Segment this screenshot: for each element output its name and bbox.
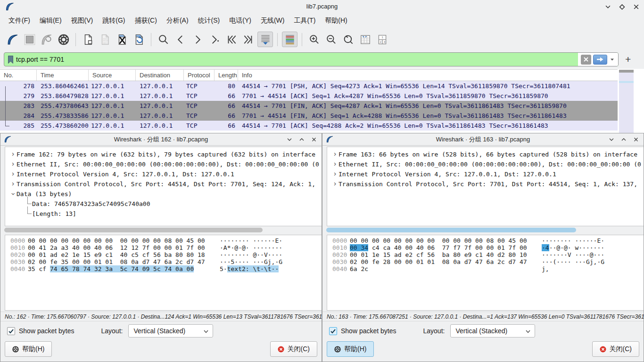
layout-select[interactable]: Vertical (Stacked) [450, 324, 535, 337]
column-header-length[interactable]: Length [215, 70, 238, 81]
help-button[interactable]: 帮助(H) [327, 341, 374, 357]
tree-row[interactable]: ›Transmission Control Protocol, Src Port… [5, 179, 322, 189]
minimize-icon[interactable] [287, 137, 292, 142]
column-header-destination[interactable]: Destination [136, 70, 184, 81]
close-button[interactable]: 关闭(C) [592, 341, 639, 357]
collapse-icon[interactable]: › [8, 190, 18, 197]
zoom-in-icon[interactable] [306, 32, 322, 47]
menu-item-8[interactable]: 电话(Y) [224, 14, 256, 27]
tree-row[interactable]: ›Data (13 bytes) [5, 189, 322, 199]
layout-icon[interactable]: 123 [374, 32, 390, 47]
column-header-source[interactable]: Source [89, 70, 136, 81]
tree-row[interactable]: ›Frame 163: 66 bytes on wire (528 bits),… [327, 149, 644, 159]
maximize-icon[interactable] [621, 137, 627, 142]
expand-icon[interactable]: › [331, 149, 339, 159]
expand-icon[interactable]: › [331, 179, 339, 189]
display-filter-field[interactable] [4, 52, 619, 66]
expand-icon[interactable]: › [331, 169, 339, 179]
menu-item-1[interactable]: 文件(F) [4, 14, 35, 27]
tree-row[interactable]: ›Frame 162: 79 bytes on wire (632 bits),… [5, 149, 322, 159]
minimize-icon[interactable] [605, 4, 611, 10]
packet-detail-tree[interactable]: ›Frame 163: 66 bytes on wire (528 bits),… [327, 147, 644, 226]
expand-icon[interactable]: › [9, 159, 17, 169]
expand-icon[interactable]: › [9, 179, 17, 189]
restart-capture-icon[interactable] [39, 32, 54, 47]
tree-row[interactable]: ›Ethernet II, Src: 00:00:00_00:00:00 (00… [327, 159, 644, 169]
show-packet-bytes-checkbox[interactable] [329, 327, 337, 335]
hex-row[interactable]: 000000 00 00 00 00 00 00 00 00 00 00 00 … [5, 237, 322, 244]
reload-file-icon[interactable] [131, 32, 147, 47]
filter-bookmark-icon[interactable] [4, 55, 16, 64]
go-back-icon[interactable] [173, 32, 188, 47]
hex-row[interactable]: 001000 34 c4 ca 40 00 40 06 77 f7 7f 00 … [327, 244, 644, 251]
tree-row[interactable]: ›Ethernet II, Src: 00:00:00_00:00:00 (00… [5, 159, 322, 169]
hex-row[interactable]: 002000 01 ad e2 1e 15 e9 c1 40 c5 cf 56 … [5, 251, 322, 258]
menu-item-5[interactable]: 捕获(C) [130, 14, 161, 27]
maximize-icon[interactable] [299, 137, 305, 142]
minimize-icon[interactable] [609, 137, 614, 142]
hex-row[interactable]: 001000 41 2a a3 40 00 40 06 12 12 7f 00 … [5, 244, 322, 251]
save-file-icon[interactable]: 010101100011 [97, 32, 113, 47]
maximize-icon[interactable] [619, 4, 625, 10]
packet-row-283[interactable]: 283255.473780643127.0.0.1127.0.0.1TCP664… [0, 101, 618, 111]
menu-item-2[interactable]: 编辑(E) [35, 14, 66, 27]
colorize-icon[interactable] [282, 32, 297, 47]
menu-item-10[interactable]: 工具(T) [289, 14, 320, 27]
menu-item-11[interactable]: 帮助(H) [320, 14, 352, 27]
packet-bytes-pane[interactable]: 000000 00 00 00 00 00 00 00 00 00 00 00 … [5, 235, 322, 311]
column-header-no[interactable]: No. [0, 70, 37, 81]
add-filter-button[interactable]: + [625, 52, 631, 66]
tree-row[interactable]: [Length: 13] [5, 209, 322, 219]
close-window-icon[interactable] [633, 137, 639, 142]
packet-detail-tree[interactable]: ›Frame 162: 79 bytes on wire (632 bits),… [5, 147, 322, 226]
close-window-icon[interactable] [311, 137, 317, 142]
filter-dropdown-caret-icon[interactable] [609, 58, 615, 61]
scrollbar-thumb[interactable] [619, 70, 634, 73]
expand-icon[interactable]: › [9, 149, 17, 159]
capture-options-icon[interactable] [56, 32, 71, 47]
show-packet-bytes-checkbox[interactable] [7, 327, 15, 335]
packet-row-285[interactable]: 285255.473860200127.0.0.1127.0.0.1TCP664… [0, 121, 618, 131]
hex-row[interactable]: 00406a 2cj, [327, 265, 644, 272]
packet-bytes-pane[interactable]: 000000 00 00 00 00 00 00 00 00 00 00 00 … [327, 235, 644, 311]
clear-filter-icon[interactable] [581, 55, 591, 65]
main-titlebar[interactable]: lib7.pcapng [0, 0, 644, 13]
stop-capture-icon[interactable] [22, 32, 37, 47]
go-to-packet-icon[interactable] [206, 32, 222, 47]
tree-horizontal-scrollbar[interactable] [326, 228, 576, 232]
find-packet-icon[interactable] [156, 32, 171, 47]
menu-item-7[interactable]: 统计(S) [193, 14, 225, 27]
column-header-protocol[interactable]: Protocol [184, 70, 215, 81]
tree-row[interactable]: ›Internet Protocol Version 4, Src: 127.0… [327, 169, 644, 179]
layout-select[interactable]: Vertical (Stacked) [128, 324, 213, 337]
expand-icon[interactable]: › [9, 169, 17, 179]
menu-item-9[interactable]: 无线(W) [256, 14, 289, 27]
start-capture-icon[interactable] [5, 32, 20, 47]
menu-item-4[interactable]: 跳转(G) [98, 14, 130, 27]
hex-row[interactable]: 002000 01 1e 15 ad e2 cf 56 ba 80 e9 c1 … [327, 251, 644, 258]
hex-row[interactable]: 000000 00 00 00 00 00 00 00 00 00 00 00 … [327, 237, 644, 244]
go-first-packet-icon[interactable] [223, 32, 239, 47]
hex-row[interactable]: 003002 00 fe 28 00 00 01 01 08 0a d7 47 … [327, 258, 644, 265]
packet-row-279[interactable]: 279253.860479828127.0.0.1127.0.0.1TCP667… [0, 91, 618, 101]
resize-columns-icon[interactable] [357, 32, 373, 47]
open-file-icon[interactable] [80, 32, 96, 47]
menu-item-6[interactable]: 分析(A) [162, 14, 193, 27]
tree-row[interactable]: ›Internet Protocol Version 4, Src: 127.0… [5, 169, 322, 179]
tree-row[interactable]: Data: 74657874323a5c74095c740a00 [5, 199, 322, 209]
go-last-packet-icon[interactable] [240, 32, 256, 47]
tree-horizontal-scrollbar[interactable] [4, 228, 263, 232]
zoom-out-icon[interactable] [323, 32, 339, 47]
packet-row-278[interactable]: 278253.860462461127.0.0.1127.0.0.1TCP804… [0, 81, 618, 91]
expand-icon[interactable]: › [331, 159, 339, 169]
hex-row[interactable]: 004035 cf 74 65 78 74 32 3a 5c 74 09 5c … [5, 265, 322, 272]
display-filter-input[interactable] [16, 53, 578, 66]
menu-item-3[interactable]: 视图(V) [66, 14, 98, 27]
packet-row-284[interactable]: 284255.473833586127.0.0.1127.0.0.1TCP667… [0, 111, 618, 121]
hex-row[interactable]: 003002 00 fe 35 00 00 01 01 08 0a d7 47 … [5, 258, 322, 265]
close-file-icon[interactable] [114, 32, 130, 47]
dialog-titlebar[interactable]: Wireshark · 分组 163 · lib7.pcapng [322, 133, 644, 146]
close-button[interactable]: 关闭(C) [270, 341, 317, 357]
zoom-reset-icon[interactable] [340, 32, 356, 47]
go-forward-icon[interactable] [190, 32, 205, 47]
